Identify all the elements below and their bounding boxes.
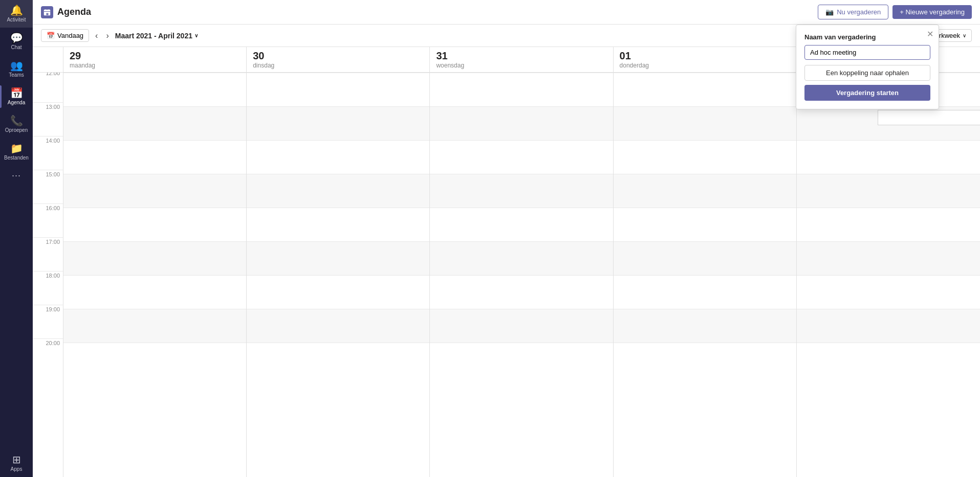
- cell-0-13[interactable]: [63, 106, 246, 140]
- cell-4-17[interactable]: [797, 241, 980, 275]
- cell-3-15[interactable]: [614, 174, 796, 208]
- nu-vergaderen-label: Nu vergaderen: [837, 8, 881, 16]
- cell-0-19[interactable]: [63, 309, 246, 343]
- time-slot-19: 19:00: [33, 305, 63, 338]
- bestanden-icon: 📁: [10, 143, 23, 153]
- date-range[interactable]: Maart 2021 - April 2021 ∨: [115, 32, 198, 40]
- sidebar-item-oproepen[interactable]: 📞 Oproepen: [0, 110, 33, 138]
- time-slot-15: 15:00: [33, 170, 63, 203]
- sidebar-label-agenda: Agenda: [8, 100, 25, 105]
- apps-icon: ⊞: [12, 455, 21, 465]
- sidebar-label-activiteit: Activiteit: [7, 17, 26, 22]
- time-slot-17: 17:00: [33, 237, 63, 271]
- cell-3-19[interactable]: [614, 309, 796, 343]
- cell-1-19[interactable]: [247, 309, 429, 343]
- sidebar-item-activiteit[interactable]: 🔔 Activiteit: [0, 0, 33, 28]
- popup-title: Naam van vergadering: [804, 33, 930, 41]
- cell-3-17[interactable]: [614, 241, 796, 275]
- cell-1-14[interactable]: [247, 140, 429, 174]
- cell-3-16[interactable]: [614, 208, 796, 241]
- day-col-2[interactable]: [430, 73, 613, 477]
- cell-0-12[interactable]: [63, 73, 246, 106]
- sidebar-item-bestanden[interactable]: 📁 Bestanden: [0, 138, 33, 166]
- day-number-0: 29: [70, 50, 240, 62]
- cell-3-20[interactable]: [614, 343, 796, 376]
- sidebar-item-apps[interactable]: ⊞ Apps: [0, 449, 33, 477]
- nieuwe-vergadering-label: + Nieuwe vergadering: [900, 8, 965, 16]
- cell-4-16[interactable]: [797, 208, 980, 241]
- page-title: Agenda: [57, 7, 91, 17]
- cell-0-16[interactable]: [63, 208, 246, 241]
- popup-close-button[interactable]: ✕: [927, 30, 933, 38]
- cell-4-18[interactable]: [797, 275, 980, 309]
- cell-4-15[interactable]: [797, 174, 980, 208]
- camera-icon: 📷: [825, 8, 834, 16]
- cell-0-14[interactable]: [63, 140, 246, 174]
- cell-0-20[interactable]: [63, 343, 246, 376]
- cell-2-13[interactable]: [430, 106, 613, 140]
- cell-0-15[interactable]: [63, 174, 246, 208]
- nu-vergaderen-button[interactable]: 📷 Nu vergaderen: [818, 5, 888, 19]
- calendar-body[interactable]: 12:00 13:00 14:00 15:00 16:00 17:00 18:0…: [33, 73, 980, 477]
- cell-2-17[interactable]: [430, 241, 613, 275]
- sidebar-item-teams[interactable]: 👥 Teams: [0, 55, 33, 83]
- cell-1-20[interactable]: [247, 343, 429, 376]
- cell-0-17[interactable]: [63, 241, 246, 275]
- start-meeting-label: Vergadering starten: [836, 89, 899, 97]
- topbar-actions: 📷 Nu vergaderen + Nieuwe vergadering: [818, 5, 972, 19]
- teams-icon: 👥: [10, 60, 23, 71]
- sidebar-item-agenda[interactable]: 📅 Agenda: [0, 83, 33, 110]
- cell-4-19[interactable]: [797, 309, 980, 343]
- cell-2-19[interactable]: [430, 309, 613, 343]
- start-meeting-button[interactable]: Vergadering starten: [804, 85, 930, 101]
- time-column: 12:00 13:00 14:00 15:00 16:00 17:00 18:0…: [33, 73, 63, 477]
- prev-button[interactable]: ‹: [93, 29, 100, 42]
- time-slot-16: 16:00: [33, 203, 63, 237]
- cell-3-13[interactable]: [614, 106, 796, 140]
- cell-1-15[interactable]: [247, 174, 429, 208]
- day-header-0: 29 maandag: [63, 47, 247, 72]
- cell-2-18[interactable]: [430, 275, 613, 309]
- next-button[interactable]: ›: [104, 29, 111, 42]
- sidebar-item-chat[interactable]: 💬 Chat: [0, 28, 33, 55]
- day-col-3[interactable]: [614, 73, 797, 477]
- sidebar: 🔔 Activiteit 💬 Chat 👥 Teams 📅 Agenda 📞 O…: [0, 0, 33, 477]
- today-label: Vandaag: [57, 32, 83, 39]
- day-col-0[interactable]: [63, 73, 247, 477]
- cell-3-18[interactable]: [614, 275, 796, 309]
- cell-1-17[interactable]: [247, 241, 429, 275]
- day-name-2: woensdag: [436, 62, 606, 69]
- cell-3-12[interactable]: [614, 73, 796, 106]
- day-header-spacer: [33, 47, 63, 72]
- meeting-name-input[interactable]: [804, 45, 930, 60]
- topbar: ▦ Agenda 📷 Nu vergaderen + Nieuwe vergad…: [33, 0, 980, 25]
- sidebar-label-apps: Apps: [11, 466, 23, 472]
- cell-3-14[interactable]: [614, 140, 796, 174]
- cell-4-20[interactable]: [797, 343, 980, 376]
- prev-icon: ‹: [95, 31, 98, 40]
- day-col-4[interactable]: [797, 73, 980, 477]
- cell-1-18[interactable]: [247, 275, 429, 309]
- cell-2-20[interactable]: [430, 343, 613, 376]
- today-button[interactable]: 📅 Vandaag: [41, 29, 89, 42]
- cell-2-15[interactable]: [430, 174, 613, 208]
- cell-4-14[interactable]: [797, 140, 980, 174]
- cell-1-16[interactable]: [247, 208, 429, 241]
- agenda-app-icon: ▦: [41, 6, 53, 18]
- cell-2-16[interactable]: [430, 208, 613, 241]
- cell-2-14[interactable]: [430, 140, 613, 174]
- nieuwe-vergadering-button[interactable]: + Nieuwe vergadering: [892, 5, 972, 19]
- get-link-button[interactable]: Een koppeling naar ophalen: [804, 65, 930, 81]
- day-columns: [63, 73, 980, 477]
- day-col-1[interactable]: [247, 73, 430, 477]
- time-slot-12: 12:00: [33, 73, 63, 102]
- next-icon: ›: [106, 31, 108, 40]
- sidebar-item-meer[interactable]: ···: [0, 166, 33, 185]
- cell-1-12[interactable]: [247, 73, 429, 106]
- sidebar-label-teams: Teams: [9, 72, 24, 78]
- cell-0-18[interactable]: [63, 275, 246, 309]
- cell-2-12[interactable]: [430, 73, 613, 106]
- oproepen-icon: 📞: [10, 116, 23, 126]
- cell-1-13[interactable]: [247, 106, 429, 140]
- day-header-2: 31 woensdag: [430, 47, 613, 72]
